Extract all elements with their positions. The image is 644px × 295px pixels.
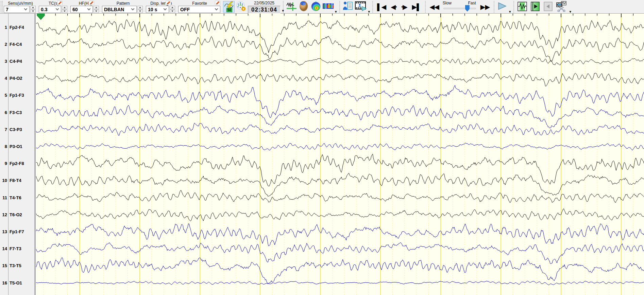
channel-row-fp1-f3[interactable]: 5Fp1-F3 (0, 92, 34, 98)
time-constant-spin-up[interactable] (62, 6, 67, 9)
toolbar-separator (372, 1, 373, 13)
time-constant-edit-pencil-icon[interactable] (57, 1, 63, 5)
time-dropdown-arrow[interactable]: ▾ (282, 8, 284, 13)
channel-row-t5-o1[interactable]: 16T5-O1 (0, 280, 34, 286)
video-dropdown-arrow[interactable]: ▾ (368, 10, 370, 13)
slider-track[interactable] (443, 8, 476, 9)
pattern-value: DBLBAN (102, 7, 124, 12)
spectrogram-icon (323, 3, 334, 10)
play-dropdown-arrow[interactable]: ▾ (509, 10, 511, 13)
segment-play-button[interactable] (529, 1, 541, 13)
channel-row-t4-t6[interactable]: 11T4-T6 (0, 195, 34, 201)
display-length-spin-up[interactable] (170, 6, 175, 9)
chevron-down-icon (131, 7, 135, 11)
toolbar-separator (494, 1, 494, 13)
eeg-trace-canvas[interactable] (36, 14, 644, 295)
topography-map-button[interactable] (310, 1, 322, 13)
channel-row-p3-o1[interactable]: 8P3-O1 (0, 143, 34, 149)
sensitivity-value: 7 (4, 7, 9, 12)
toolbar-gripper[interactable] (1, 1, 3, 13)
channel-number: 11 (0, 195, 7, 200)
high-freq-filter-control-group: HF(Hz) 60 (70, 1, 100, 13)
chevron-down-icon (164, 7, 167, 11)
segment-back-icon (544, 2, 553, 13)
time-display[interactable]: 02:31:04 (248, 6, 281, 14)
channel-label: T5-O1 (10, 280, 22, 285)
display-length-combobox[interactable]: 10 s (146, 6, 169, 13)
channel-number: 15 (0, 263, 7, 268)
video-playback-button[interactable] (354, 1, 367, 13)
pattern-spin-down[interactable] (137, 10, 143, 13)
play-icon (497, 2, 507, 12)
segment-wave-button[interactable] (516, 1, 528, 13)
time-constant-spin-down[interactable] (62, 10, 67, 13)
display-length-edit-pencil-icon[interactable] (166, 1, 171, 5)
favorite-combobox[interactable]: OFF (178, 6, 220, 13)
channel-row-p4-o2[interactable]: 4P4-O2 (0, 75, 34, 81)
pattern-control-group: Pattern DBLBAN (102, 1, 144, 13)
spectrogram-button[interactable] (322, 1, 334, 13)
play-button[interactable] (496, 1, 508, 13)
favorite-control-group: Favorite OFF (178, 1, 221, 13)
channel-row-f4-c4[interactable]: 2F4-C4 (0, 41, 34, 47)
channel-row-f3-c3[interactable]: 6F3-C3 (0, 109, 34, 115)
channel-row-c3-p3[interactable]: 7C3-P3 (0, 126, 34, 132)
channel-number: 12 (0, 212, 7, 217)
go-to-end-button[interactable]: ▶▌ (410, 1, 423, 13)
sensitivity-spin-down[interactable] (30, 10, 36, 13)
channel-number: 3 (0, 59, 7, 64)
channel-row-c4-p4[interactable]: 3C4-P4 (0, 58, 34, 64)
chevron-down-icon (24, 7, 28, 11)
channel-row-fp1-f7[interactable]: 13Fp1-F7 (0, 228, 34, 235)
channel-label: F8-T4 (10, 178, 21, 183)
channel-number: 2 (0, 42, 7, 47)
sensitivity-combobox[interactable]: 7 (4, 6, 30, 13)
high-freq-spin-up[interactable] (94, 6, 99, 9)
montage-settings-button[interactable] (235, 1, 247, 13)
head-3d-icon (299, 1, 309, 13)
sensitivity-spin-up[interactable] (30, 6, 36, 9)
channel-row-fp2-f4[interactable]: 1Fp2-F4 (0, 24, 34, 30)
time-constant-combobox[interactable]: 0.3 (39, 6, 61, 13)
favorite-edit-pencil-icon[interactable] (215, 1, 220, 5)
go-to-start-button[interactable]: ▌◀ (375, 1, 388, 13)
toolbar-separator (425, 1, 426, 13)
eeg-traces-svg[interactable] (36, 14, 644, 295)
segment-wave-icon (518, 2, 527, 13)
high-freq-combobox[interactable]: 60 (70, 6, 93, 13)
segment-back-button-disabled (542, 1, 554, 13)
high-freq-spin-down[interactable] (94, 10, 99, 13)
channel-row-fp2-f8[interactable]: 9Fp2-F8 (0, 161, 34, 167)
patient-info-button[interactable] (342, 1, 354, 13)
channel-label: C4-P4 (10, 59, 22, 64)
channel-number: 16 (0, 280, 7, 285)
notch-frequency-badge: 50 (226, 8, 232, 12)
channel-row-f8-t4[interactable]: 10F8-T4 (0, 178, 34, 184)
time-constant-control-group: TC(s) 0.3 (39, 1, 69, 13)
event-marker-button[interactable] (286, 1, 297, 13)
slider-fast-label: Fast (468, 1, 476, 5)
notch-filter-50hz-button[interactable]: 50 (223, 1, 235, 13)
fast-forward-button[interactable]: ▶▶ (478, 1, 492, 13)
time-constant-value: 0.3 (39, 7, 47, 12)
channel-row-t3-t5[interactable]: 15T3-T5 (0, 263, 34, 269)
channel-row-f7-t3[interactable]: 14F7-T3 (0, 246, 34, 252)
step-forward-button[interactable]: •▶ (399, 1, 409, 13)
channel-label: T6-O2 (10, 212, 22, 217)
step-back-button[interactable]: ◀• (388, 1, 399, 13)
video-clip-cut-button[interactable] (555, 1, 568, 13)
pattern-spin-up[interactable] (137, 6, 143, 9)
analysis-dropdown-arrow[interactable]: ▾ (335, 10, 337, 13)
slider-thumb[interactable] (465, 5, 470, 12)
display-length-spin-down[interactable] (170, 10, 175, 13)
rewind-button[interactable]: ◀◀ (427, 1, 441, 13)
clip-dropdown-arrow[interactable]: ▾ (570, 10, 572, 13)
topo-head-icon (310, 1, 321, 13)
channel-row-t6-o2[interactable]: 12T6-O2 (0, 211, 34, 218)
channel-panel-divider (8, 14, 9, 295)
high-freq-edit-pencil-icon[interactable] (89, 1, 94, 5)
channel-label: F4-C4 (10, 42, 22, 47)
brain-map-3d-button[interactable] (298, 1, 309, 13)
pattern-combobox[interactable]: DBLBAN (102, 6, 137, 13)
channel-label: P3-O1 (10, 144, 22, 149)
